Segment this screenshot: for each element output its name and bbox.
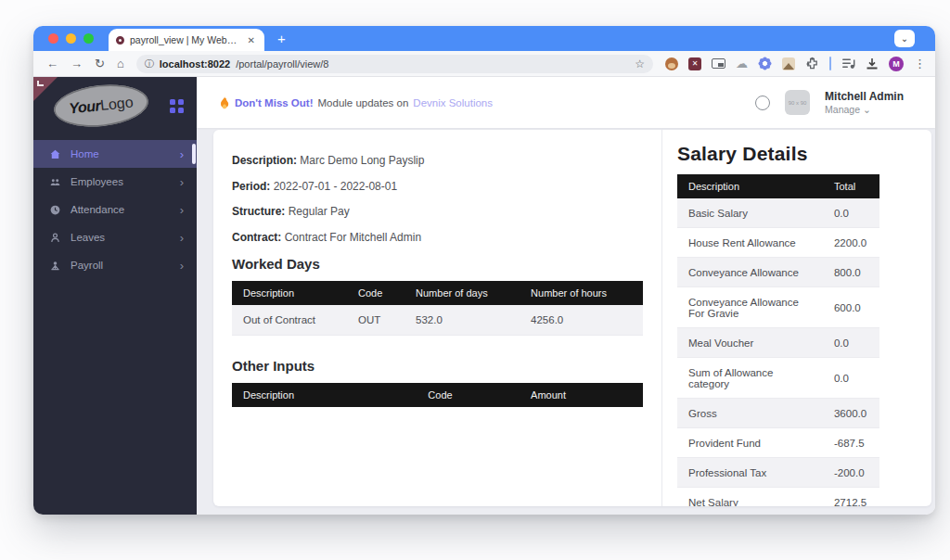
field-contract: Contract: Contract For Mitchell Admin [232, 231, 643, 244]
minimize-window-button[interactable] [66, 33, 76, 44]
toolbar-separator [829, 57, 831, 70]
tab-strip: payroll_view | My Website ✕ + ⌄ [33, 26, 935, 51]
tab-favicon-icon [116, 36, 124, 45]
extension-monkey-icon[interactable] [665, 57, 678, 70]
sidebar-item-payroll[interactable]: Payroll › [33, 251, 197, 279]
field-period: Period: 2022-07-01 - 2022-08-01 [232, 180, 643, 193]
picture-in-picture-icon[interactable] [712, 58, 725, 69]
salary-row: Gross3600.0 [677, 399, 879, 428]
salary-row: Provident Fund-687.5 [677, 428, 879, 458]
notification-banner: Don't Miss Out! Module updates on Devnix… [219, 96, 493, 109]
salary-details-panel: Salary Details Description Total [661, 130, 931, 506]
browser-window: payroll_view | My Website ✕ + ⌄ ← → ↻ ⌂ … [33, 26, 935, 515]
reading-list-icon[interactable] [841, 57, 855, 70]
worked-days-row: Out of ContractOUT532.04256.0 [232, 305, 643, 336]
other-inputs-table: Description Code Amount [232, 383, 643, 407]
your-logo[interactable]: YourLogo [52, 81, 150, 131]
salary-row: Net Salary2712.5 [677, 488, 879, 507]
downloads-icon[interactable] [866, 57, 879, 70]
leaves-person-icon [49, 232, 61, 244]
salary-details-table: Description Total Basic Salary0.0 [677, 174, 879, 506]
salary-row: House Rent Allowance2200.0 [677, 228, 879, 258]
chevron-right-icon: › [180, 175, 184, 189]
active-indicator [192, 144, 196, 164]
payroll-icon [49, 260, 61, 272]
extension-x-icon[interactable]: ✕ [688, 57, 701, 70]
apps-grid-icon[interactable] [170, 99, 184, 113]
notice-text: Module updates on [318, 97, 409, 108]
sidebar-item-attendance[interactable]: Attendance › [33, 196, 197, 223]
field-structure: Structure: Regular Pay [232, 205, 643, 218]
home-button[interactable]: ⌂ [117, 57, 124, 70]
extension-cloud-icon[interactable]: ☁ [736, 57, 748, 70]
back-button[interactable]: ← [46, 57, 58, 70]
salary-row: Professional Tax-200.0 [677, 458, 879, 488]
notification-ring-icon[interactable] [755, 95, 770, 110]
chevron-right-icon: › [180, 259, 184, 273]
notice-highlight: Don't Miss Out! [235, 97, 314, 108]
browser-profile-avatar[interactable]: M [889, 57, 904, 71]
user-info[interactable]: Mitchell Admin Manage ⌄ [825, 90, 904, 115]
salary-row: Basic Salary0.0 [677, 198, 879, 228]
browser-menu-icon[interactable]: ⋮ [914, 57, 926, 70]
url-path: /portal/payroll/view/8 [236, 58, 328, 70]
worked-days-title: Worked Days [232, 256, 643, 272]
browser-tab[interactable]: payroll_view | My Website ✕ [109, 29, 264, 51]
bookmark-star-icon[interactable]: ☆ [635, 57, 645, 70]
forward-button[interactable]: → [71, 57, 83, 70]
tab-search-button[interactable]: ⌄ [894, 30, 915, 47]
sidebar: YourLogo Home › [33, 77, 197, 515]
extension-flower-icon[interactable] [758, 57, 772, 70]
flame-icon [219, 96, 230, 109]
chevron-right-icon: › [180, 203, 184, 217]
payslip-card: Description: Marc Demo Long Payslip Peri… [213, 130, 931, 506]
salary-row: Conveyance Allowance800.0 [677, 258, 879, 287]
salary-row: Meal Voucher0.0 [677, 328, 879, 358]
sidebar-item-employees[interactable]: Employees › [33, 168, 197, 196]
site-info-icon[interactable]: ⓘ [145, 57, 154, 70]
content-area: Description: Marc Demo Long Payslip Peri… [197, 128, 935, 515]
user-name: Mitchell Admin [825, 90, 904, 104]
url-bar[interactable]: ⓘ localhost:8022 /portal/payroll/view/8 … [136, 55, 653, 73]
user-avatar[interactable]: 90 x 90 [785, 90, 810, 115]
chevron-right-icon: › [180, 147, 184, 161]
logo-area: YourLogo [33, 77, 197, 134]
tab-close-icon[interactable]: ✕ [246, 35, 257, 45]
reload-button[interactable]: ↻ [95, 57, 105, 70]
new-tab-button[interactable]: + [277, 32, 286, 45]
app-header: Don't Miss Out! Module updates on Devnix… [197, 77, 935, 128]
home-icon [49, 148, 61, 160]
notice-link[interactable]: Devnix Solutions [413, 97, 493, 108]
employees-icon [49, 176, 61, 188]
attendance-clock-icon [49, 204, 61, 216]
sidebar-item-leaves[interactable]: Leaves › [33, 223, 197, 251]
worked-days-table: Description Code Number of days Number o… [232, 281, 643, 336]
extensions-area: ✕ ☁ [665, 57, 926, 71]
window-controls[interactable] [33, 33, 109, 51]
sidebar-collapse-icon [37, 81, 44, 86]
salary-details-title: Salary Details [677, 143, 879, 165]
caret-down-icon: ⌄ [863, 104, 871, 115]
chevron-right-icon: › [180, 231, 184, 245]
sidebar-menu: Home › Employees › [33, 134, 197, 279]
extensions-puzzle-icon[interactable] [805, 57, 819, 70]
manage-dropdown[interactable]: Manage ⌄ [825, 104, 904, 115]
browser-toolbar: ← → ↻ ⌂ ⓘ localhost:8022 /portal/payroll… [33, 51, 935, 77]
other-inputs-title: Other Inputs [232, 358, 643, 374]
salary-row: Sum of Allowance category0.0 [677, 358, 879, 399]
tab-title: payroll_view | My Website [130, 34, 240, 45]
close-window-button[interactable] [48, 33, 58, 44]
sidebar-item-home[interactable]: Home › [33, 140, 197, 168]
salary-row: Conveyance Allowance For Gravie600.0 [677, 287, 879, 328]
zoom-window-button[interactable] [83, 33, 94, 44]
field-description: Description: Marc Demo Long Payslip [232, 154, 643, 167]
extension-photo-icon[interactable] [782, 57, 795, 70]
url-host: localhost:8022 [160, 58, 230, 70]
